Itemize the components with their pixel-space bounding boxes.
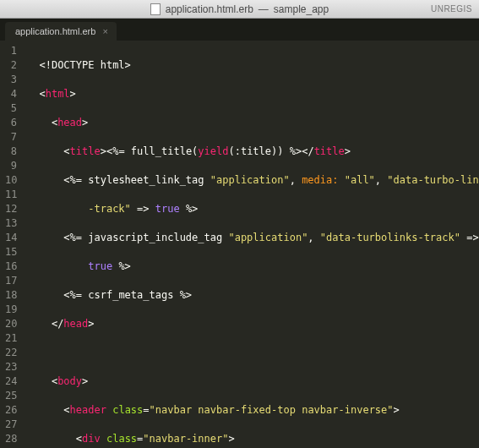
line-number: 3: [5, 73, 17, 87]
line-number: 24: [5, 374, 17, 389]
line-number: 5: [5, 101, 17, 116]
line-number: 17: [5, 274, 17, 288]
line-number: 4: [5, 87, 17, 101]
title-file: application.html.erb: [166, 3, 253, 15]
line-number: 11: [5, 188, 17, 202]
line-number: 21: [5, 331, 17, 346]
line-number: 15: [5, 245, 17, 260]
line-number: 7: [5, 130, 17, 145]
line-number: 1: [5, 44, 17, 58]
code-area[interactable]: <!DOCTYPE html> <html> <head> <title><%=…: [24, 41, 479, 448]
line-number: 28: [5, 432, 17, 446]
tab-application-erb[interactable]: application.html.erb ×: [5, 22, 117, 41]
editor-area: 1 2 3 4 5 6 7 8 9 10 11 12 13 14 15 16 1…: [0, 41, 479, 448]
line-number: 2: [5, 58, 17, 73]
line-gutter: 1 2 3 4 5 6 7 8 9 10 11 12 13 14 15 16 1…: [0, 41, 24, 448]
close-icon[interactable]: ×: [102, 26, 107, 36]
document-icon: [150, 3, 161, 15]
line-number: 22: [5, 346, 17, 360]
line-number: 8: [5, 145, 17, 159]
window-title-bar: application.html.erb — sample_app UNREGI…: [0, 0, 479, 19]
title-project: sample_app: [274, 3, 329, 15]
tab-bar: application.html.erb ×: [0, 19, 479, 41]
line-number: 9: [5, 159, 17, 173]
line-number: 14: [5, 231, 17, 245]
line-number: 20: [5, 317, 17, 331]
line-number: 18: [5, 288, 17, 303]
line-number: 6: [5, 116, 17, 130]
line-number: 27: [5, 418, 17, 432]
registration-status: UNREGIS: [431, 4, 472, 14]
line-number: 25: [5, 389, 17, 403]
tab-label: application.html.erb: [15, 26, 95, 36]
line-number: 26: [5, 403, 17, 418]
line-number: 16: [5, 260, 17, 274]
line-number: 12: [5, 202, 17, 216]
line-number: 23: [5, 360, 17, 374]
line-number: 19: [5, 303, 17, 317]
line-number: 10: [5, 173, 17, 188]
title-sep: —: [259, 3, 269, 15]
line-number: 13: [5, 216, 17, 231]
